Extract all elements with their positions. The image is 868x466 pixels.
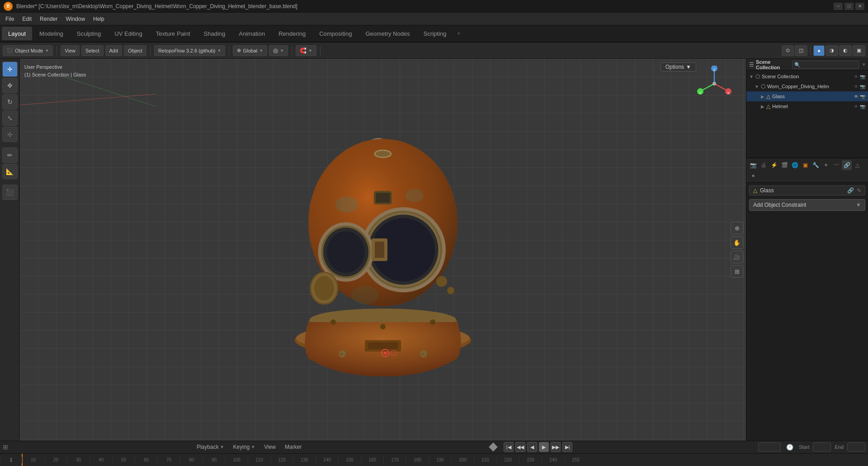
- jump-end-button[interactable]: ▶|: [562, 442, 572, 452]
- jump-start-button[interactable]: |◀: [504, 442, 514, 452]
- play-button[interactable]: ▶: [539, 442, 549, 452]
- menu-help[interactable]: Help: [90, 14, 108, 24]
- xray-toggle[interactable]: ◫: [795, 45, 807, 56]
- scale-tool[interactable]: ⤡: [2, 110, 18, 126]
- prop-tab-constraints[interactable]: 🔗: [842, 160, 852, 170]
- snap-toggle[interactable]: 🧲 ▼: [296, 45, 316, 56]
- svg-point-31: [406, 189, 424, 202]
- visibility-icon: 👁: [854, 84, 859, 89]
- shading-material[interactable]: ◑: [826, 45, 838, 56]
- ortho-toggle-button[interactable]: ⊞: [731, 265, 743, 278]
- tab-modeling[interactable]: Modeling: [33, 27, 70, 40]
- prop-tab-particles[interactable]: ✦: [821, 160, 831, 170]
- right-side-panel: ☰ Scene Collection ▾ ▼ ⬡ Scene Collectio…: [746, 59, 868, 441]
- shading-rendered[interactable]: ◐: [839, 45, 852, 56]
- prop-tab-object-data[interactable]: △: [852, 160, 862, 170]
- select-menu[interactable]: Select: [81, 45, 104, 56]
- keying-menu[interactable]: Keying ▼: [231, 442, 258, 452]
- annotate-tool[interactable]: ✏: [2, 147, 18, 163]
- menu-edit[interactable]: Edit: [19, 14, 35, 24]
- maximize-button[interactable]: □: [844, 3, 854, 10]
- prop-tab-material[interactable]: ●: [748, 171, 758, 181]
- move-tool[interactable]: ✥: [2, 78, 18, 93]
- zoom-to-fit-button[interactable]: ⊕: [731, 222, 743, 234]
- ruler-mark: 130: [293, 456, 316, 463]
- svg-rect-21: [368, 342, 398, 349]
- tab-geometry-nodes[interactable]: Geometry Nodes: [359, 27, 416, 40]
- playback-menu[interactable]: Playback ▼: [194, 442, 227, 452]
- view-menu-timeline[interactable]: View: [261, 442, 278, 452]
- overlay-toggle[interactable]: ⊙: [782, 45, 794, 56]
- viewport-gizmo[interactable]: Z X Y: [696, 66, 732, 102]
- current-frame-input[interactable]: 1: [758, 442, 781, 452]
- tab-rendering[interactable]: Rendering: [272, 27, 312, 40]
- shading-wireframe[interactable]: ▣: [853, 45, 865, 56]
- cursor-tool[interactable]: ✛: [2, 62, 18, 77]
- transform-tool[interactable]: ⊹: [2, 127, 18, 142]
- prop-tab-render[interactable]: 📷: [748, 160, 758, 170]
- tab-layout[interactable]: Layout: [2, 27, 32, 40]
- collection-icon: ⬡: [761, 83, 765, 90]
- add-object-constraint-button[interactable]: Add Object Constraint ▼: [749, 199, 865, 211]
- play-reverse-button[interactable]: ◀: [527, 442, 537, 452]
- mode-selector[interactable]: ⬛ Object Mode ▼: [3, 45, 53, 56]
- tab-uv-editing[interactable]: UV Editing: [108, 27, 148, 40]
- pan-view-button[interactable]: ✋: [731, 236, 743, 249]
- outliner-vis-icons: 👁 📷: [854, 74, 865, 79]
- outliner-item-name: Glass: [772, 94, 852, 99]
- proportional-edit[interactable]: ◎ ▼: [269, 45, 288, 56]
- outliner-item-worn-copper[interactable]: ▼ ⬡ Worn_Copper_Diving_Helm 👁 📷: [746, 81, 868, 91]
- operator-selector[interactable]: RetopoFlow 3.2.6 (github) ▼: [154, 45, 226, 56]
- add-workspace-button[interactable]: +: [453, 29, 464, 38]
- tab-animation[interactable]: Animation: [232, 27, 271, 40]
- clock-icon: 🕐: [786, 444, 793, 451]
- visibility-icon: 👁: [854, 104, 859, 109]
- camera-view-button[interactable]: 🎥: [731, 251, 743, 263]
- prop-tab-physics[interactable]: 〰: [831, 160, 841, 170]
- menu-file[interactable]: File: [2, 14, 18, 24]
- prop-tab-view-layer[interactable]: ⚡: [769, 160, 779, 170]
- menu-render[interactable]: Render: [36, 14, 61, 24]
- properties-icon-bar: 📷 🖨 ⚡ 🎬 🌐 ▣ 🔧 ✦ 〰 🔗 △ ●: [746, 158, 868, 183]
- menu-window[interactable]: Window: [62, 14, 89, 24]
- rotate-tool[interactable]: ↻: [2, 94, 18, 109]
- outliner-panel: ☰ Scene Collection ▾ ▼ ⬡ Scene Collectio…: [746, 59, 868, 158]
- marker-menu[interactable]: Marker: [282, 442, 304, 452]
- outliner-item-scene-collection[interactable]: ▼ ⬡ Scene Collection 👁 📷: [746, 71, 868, 81]
- outliner-search[interactable]: [792, 61, 859, 69]
- viewport-options-button[interactable]: Options ▼: [660, 62, 696, 71]
- timeline-ruler[interactable]: 1 10 20 30 40 50 60 70 80 90 100 110 120…: [0, 454, 868, 466]
- outliner-header: ☰ Scene Collection ▾: [746, 59, 868, 71]
- viewport[interactable]: User Perspective (1) Scene Collection | …: [20, 59, 746, 441]
- close-button[interactable]: ✕: [855, 3, 864, 10]
- start-frame-input[interactable]: 1: [813, 442, 831, 452]
- outliner-filter-button[interactable]: ▾: [863, 62, 865, 67]
- object-menu[interactable]: Object: [124, 45, 146, 56]
- view-menu[interactable]: View: [61, 45, 80, 56]
- outliner-item-glass[interactable]: ▶ △ Glass 👁 📷: [746, 91, 868, 101]
- add-cube-tool[interactable]: ⬛: [2, 185, 18, 200]
- shading-solid[interactable]: ●: [813, 45, 825, 56]
- prop-tab-output[interactable]: 🖨: [759, 160, 769, 170]
- jump-next-keyframe-button[interactable]: ▶▶: [551, 442, 561, 452]
- transform-selector[interactable]: ⊕ Global ▼: [233, 45, 267, 56]
- add-menu[interactable]: Add: [105, 45, 123, 56]
- tab-scripting[interactable]: Scripting: [417, 27, 453, 40]
- end-frame-input[interactable]: 250: [847, 442, 865, 452]
- prop-tab-world[interactable]: 🌐: [790, 160, 800, 170]
- window-controls: ─ □ ✕: [834, 3, 864, 10]
- prop-tab-object[interactable]: ▣: [800, 160, 810, 170]
- title-bar: B Blender* [C:\Users\lsv_m\Desktop\Worn_…: [0, 0, 868, 13]
- measure-tool[interactable]: 📐: [2, 164, 18, 179]
- tab-sculpting[interactable]: Sculpting: [71, 27, 107, 40]
- minimize-button[interactable]: ─: [834, 3, 843, 10]
- outliner-icon: ☰: [749, 62, 754, 68]
- prop-tab-modifier[interactable]: 🔧: [811, 160, 821, 170]
- tab-shading[interactable]: Shading: [198, 27, 232, 40]
- outliner-item-helmet[interactable]: ▶ △ Helmet 👁 📷: [746, 101, 868, 111]
- tab-texture-paint[interactable]: Texture Paint: [150, 27, 197, 40]
- tab-compositing[interactable]: Compositing: [313, 27, 358, 40]
- prop-tab-scene[interactable]: 🎬: [779, 160, 789, 170]
- ruler-mark: 160: [361, 456, 383, 463]
- jump-prev-keyframe-button[interactable]: ◀◀: [515, 442, 525, 452]
